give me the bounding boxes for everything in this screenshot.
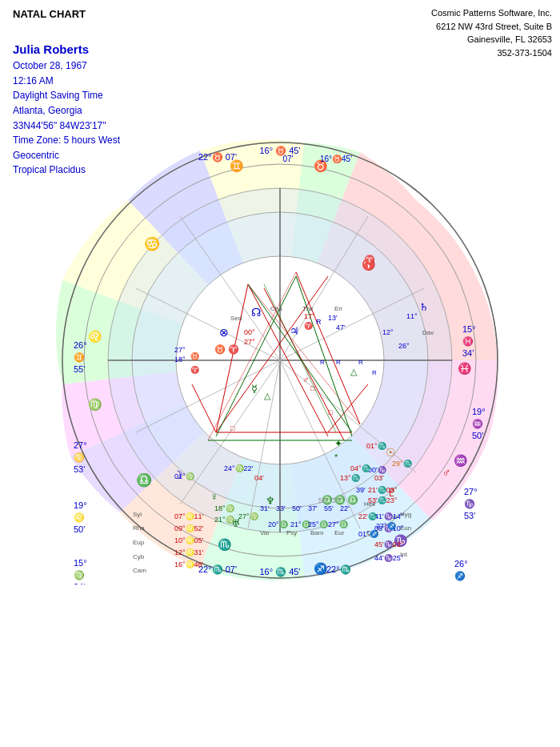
svg-text:Syl: Syl [133, 511, 142, 518]
svg-text:50': 50' [318, 496, 328, 504]
svg-text:♌: ♌ [88, 330, 102, 343]
svg-text:27°: 27° [464, 487, 478, 496]
svg-text:♎: ♎ [347, 494, 358, 505]
person-coordinates: 33N44'56" 84W23'17" [13, 118, 120, 134]
svg-text:25°♎: 25°♎ [308, 520, 329, 529]
svg-text:12°♌31': 12°♌31' [174, 548, 204, 557]
company-name: Cosmic Patterns Software, Inc. [431, 6, 552, 20]
svg-text:39': 39' [356, 486, 366, 494]
svg-text:22°♏: 22°♏ [326, 564, 351, 575]
svg-text:00°: 00° [244, 328, 255, 336]
svg-text:□: □ [328, 408, 333, 416]
svg-text:R: R [358, 359, 363, 366]
svg-text:24°♍22': 24°♍22' [224, 464, 254, 473]
svg-text:34': 34' [462, 348, 474, 358]
svg-text:16°♌48': 16°♌48' [174, 560, 204, 569]
svg-text:♐: ♐ [314, 562, 328, 576]
svg-text:△: △ [264, 391, 271, 400]
svg-text:15°: 15° [462, 324, 476, 334]
svg-text:♈: ♈ [190, 365, 200, 375]
svg-text:27°♍: 27°♍ [238, 512, 259, 521]
svg-text:31': 31' [260, 504, 270, 512]
svg-text:53'♏23°: 53'♏23° [368, 496, 398, 505]
svg-text:15°: 15° [74, 558, 87, 568]
svg-text:△: △ [350, 367, 358, 376]
svg-text:20°♎: 20°♎ [268, 520, 289, 529]
svg-text:16°♉45': 16°♉45' [320, 154, 352, 164]
svg-text:♈: ♈ [228, 343, 239, 355]
svg-text:18°: 18° [174, 355, 186, 363]
svg-text:♒: ♒ [472, 418, 483, 429]
svg-text:♀: ♀ [210, 490, 219, 503]
svg-text:37': 37' [332, 496, 342, 504]
svg-text:45'♑03°: 45'♑03° [374, 540, 404, 549]
svg-text:⊗: ⊗ [219, 326, 229, 339]
svg-text:R: R [372, 369, 377, 376]
svg-text:22'♏: 22'♏ [358, 512, 378, 521]
svg-text:♈: ♈ [304, 321, 314, 331]
svg-text:26°: 26° [398, 342, 410, 350]
svg-text:26°: 26° [454, 559, 468, 568]
svg-text:♊: ♊ [74, 351, 85, 363]
svg-text:01°♏: 01°♏ [366, 441, 387, 451]
svg-text:R: R [316, 318, 322, 326]
svg-text:47': 47' [336, 323, 346, 331]
svg-text:♏: ♏ [218, 538, 232, 552]
company-address1: 6212 NW 43rd Street, Suite B [431, 20, 552, 34]
svg-text:19°: 19° [472, 407, 486, 416]
svg-text:21°♍: 21°♍ [214, 515, 235, 524]
svg-text:27°: 27° [174, 346, 186, 354]
svg-text:Cha: Cha [270, 305, 282, 312]
svg-text:♌: ♌ [74, 512, 85, 523]
svg-text:☿: ☿ [251, 383, 258, 395]
svg-text:☉: ☉ [386, 446, 396, 459]
person-time: 12:16 AM [13, 74, 120, 89]
svg-text:21'♏03°: 21'♏03° [368, 485, 398, 495]
company-info: Cosmic Patterns Software, Inc. 6212 NW 4… [431, 6, 552, 59]
svg-text:R: R [336, 359, 341, 366]
svg-text:01°♐: 01°♐ [358, 529, 379, 539]
svg-text:13': 13' [328, 314, 338, 322]
svg-text:11°: 11° [406, 312, 418, 320]
chart-container: ♈ ♉ ♊ ♋ ♌ ♍ ♎ ♏ ♐ ♑ ♒ ♓ [56, 136, 504, 584]
page: NATAL CHART Cosmic Patterns Software, In… [0, 0, 560, 747]
svg-text:Bam: Bam [310, 529, 324, 536]
svg-text:Dav: Dav [422, 329, 434, 336]
svg-text:04': 04' [254, 474, 264, 482]
svg-text:♍: ♍ [88, 398, 102, 412]
svg-text:07': 07' [282, 155, 293, 163]
svg-text:37': 37' [308, 504, 318, 512]
svg-text:*: * [334, 452, 338, 462]
svg-text:☊: ☊ [251, 306, 261, 319]
svg-text:27°: 27° [244, 338, 255, 346]
svg-text:10°♌05': 10°♌05' [174, 536, 204, 545]
person-date: October 28, 1967 [13, 58, 120, 74]
svg-text:♄: ♄ [419, 301, 429, 313]
svg-text:♍: ♍ [74, 569, 85, 580]
svg-text:♓: ♓ [458, 362, 472, 376]
svg-text:09°♌52': 09°♌52' [174, 524, 204, 533]
chart-svg: ♈ ♉ ♊ ♋ ♌ ♍ ♎ ♏ ♐ ♑ ♒ ♓ [56, 136, 504, 584]
svg-text:♈: ♈ [364, 254, 375, 265]
svg-text:Eup: Eup [133, 539, 145, 546]
svg-text:♋: ♋ [144, 236, 160, 251]
svg-text:34': 34' [74, 582, 85, 584]
svg-text:44'♑25°: 44'♑25° [374, 553, 404, 563]
svg-text:♐: ♐ [454, 570, 466, 581]
svg-text:07°♌11': 07°♌11' [174, 512, 204, 521]
svg-text:12°: 12° [382, 328, 394, 336]
svg-text:03': 03' [374, 474, 384, 482]
svg-text:Rha: Rha [133, 524, 145, 532]
svg-text:22°♉ 07': 22°♉ 07' [198, 151, 237, 163]
svg-text:♂: ♂ [302, 375, 309, 384]
svg-text:53': 53' [74, 464, 85, 474]
svg-text:16° ♏ 45': 16° ♏ 45' [259, 566, 300, 577]
svg-text:13°♏: 13°♏ [340, 473, 361, 483]
svg-text:16° ♉ 45': 16° ♉ 45' [259, 145, 300, 156]
svg-text:♓: ♓ [462, 335, 474, 347]
company-address2: Gainesville, FL 32653 [431, 33, 552, 46]
svg-text:Cyb: Cyb [133, 553, 145, 560]
svg-text:□: □ [230, 424, 235, 432]
svg-text:29°♏: 29°♏ [392, 459, 413, 468]
company-phone: 352-373-1504 [431, 46, 552, 60]
